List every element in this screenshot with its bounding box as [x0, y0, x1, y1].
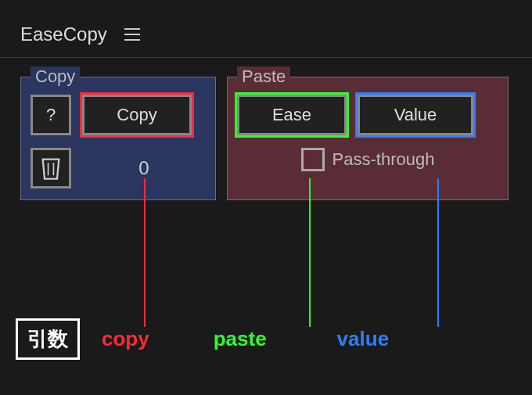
- help-button[interactable]: ?: [31, 95, 71, 135]
- annotation-line-copy: [144, 178, 146, 327]
- annotation-value: value: [337, 327, 390, 351]
- copy-panel: Copy ? Copy 0: [20, 77, 216, 200]
- panel-header: EaseCopy: [0, 0, 532, 58]
- panels-container: Copy ? Copy 0 Paste Ease: [0, 58, 532, 200]
- copy-counter: 0: [82, 157, 206, 179]
- copy-button-label: Copy: [117, 105, 156, 125]
- annotation-paste: paste: [214, 327, 267, 351]
- value-button-label: Value: [394, 105, 437, 125]
- pass-through-checkbox[interactable]: [301, 148, 325, 171]
- panel-title: EaseCopy: [20, 23, 107, 45]
- annotation-labels: 引数 copy paste value: [0, 318, 532, 360]
- paste-panel: Paste Ease Value Pass-through: [227, 77, 509, 200]
- ease-button[interactable]: Ease: [237, 95, 347, 135]
- ease-button-label: Ease: [272, 105, 311, 125]
- value-button[interactable]: Value: [358, 95, 473, 135]
- annotation-copy: copy: [102, 327, 149, 351]
- copy-button[interactable]: Copy: [82, 95, 192, 135]
- hamburger-menu-icon[interactable]: [124, 28, 140, 41]
- trash-button[interactable]: [31, 148, 71, 189]
- paste-panel-legend: Paste: [237, 66, 290, 87]
- annotation-line-paste: [309, 178, 311, 327]
- trash-icon: [40, 156, 62, 181]
- pass-through-label: Pass-through: [332, 149, 435, 170]
- copy-panel-legend: Copy: [31, 66, 80, 87]
- args-label: 引数: [16, 318, 80, 360]
- annotation-line-value: [437, 178, 439, 327]
